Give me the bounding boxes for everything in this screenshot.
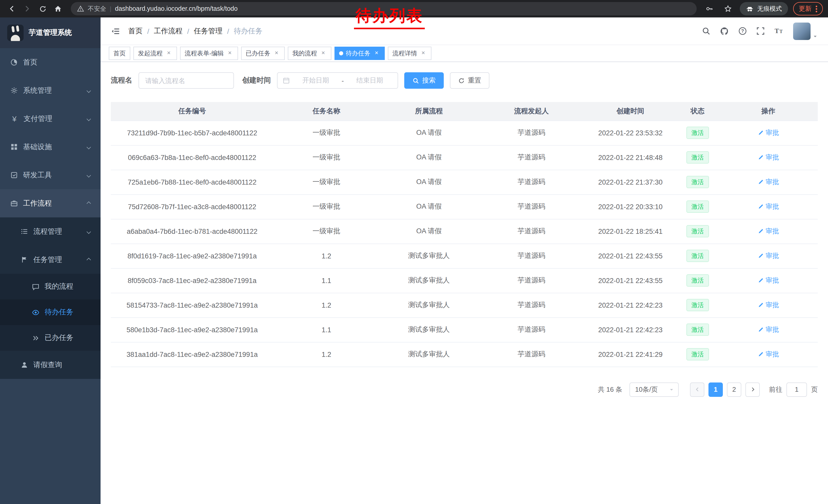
sidebar-item-devtools[interactable]: 研发工具: [0, 161, 100, 189]
goto-page-input[interactable]: [786, 382, 807, 397]
date-range-picker[interactable]: 开始日期 - 结束日期: [277, 72, 398, 89]
search-button[interactable]: 搜索: [404, 72, 444, 89]
tab-done-task[interactable]: 已办任务×: [241, 47, 285, 60]
create-time-label: 创建时间: [242, 76, 271, 85]
tab-home[interactable]: 首页: [109, 47, 130, 60]
tab-todo-task[interactable]: 待办任务×: [334, 47, 385, 60]
sidebar-item-task-mgmt[interactable]: 任务管理: [0, 245, 100, 274]
sidebar-item-payment[interactable]: ¥ 支付管理: [0, 104, 100, 133]
sidebar-item-label: 系统管理: [23, 86, 52, 95]
browser-update-button[interactable]: 更新: [793, 2, 823, 15]
reset-button-label: 重置: [468, 76, 481, 85]
tab-form-edit[interactable]: 流程表单-编辑×: [180, 47, 238, 60]
font-size-button[interactable]: TT: [774, 27, 784, 35]
sidebar-item-process-mgmt[interactable]: 流程管理: [0, 217, 100, 245]
cell-created: 2022-01-21 22:42:23: [584, 293, 676, 317]
caret-down-icon: [813, 34, 818, 39]
approve-link[interactable]: 审批: [757, 153, 779, 162]
table-row: 725a1eb6-7b88-11ec-8ef0-acde48001122 一级审…: [111, 170, 818, 194]
sidebar-item-label: 工作流程: [23, 199, 52, 208]
sidebar-item-label: 任务管理: [33, 255, 62, 264]
start-date-placeholder[interactable]: 开始日期: [293, 76, 339, 85]
breadcrumb-item-current: 待办任务: [234, 27, 262, 36]
browser-forward-button[interactable]: [20, 2, 34, 15]
sidebar-item-infra[interactable]: 基础设施: [0, 133, 100, 161]
status-badge: 激活: [686, 299, 709, 311]
approve-link-label: 审批: [766, 153, 779, 162]
chevron-left-icon: [694, 386, 700, 392]
eye-icon: [32, 308, 40, 316]
github-link-button[interactable]: [720, 27, 729, 36]
approve-link[interactable]: 审批: [757, 301, 779, 310]
close-icon[interactable]: ×: [373, 50, 380, 57]
reset-button[interactable]: 重置: [450, 72, 489, 89]
update-label[interactable]: 更新: [799, 4, 812, 13]
sidebar-item-system[interactable]: 系统管理: [0, 77, 100, 104]
status-badge: 激活: [686, 225, 709, 237]
sidebar-item-my-process[interactable]: 我的流程: [0, 274, 100, 300]
approve-link[interactable]: 审批: [757, 128, 779, 137]
chevron-down-icon: [87, 88, 91, 93]
page-1-button[interactable]: 1: [708, 382, 723, 397]
browser-chrome: 不安全 | dashboard.yudao.iocoder.cn/bpm/tas…: [0, 0, 828, 17]
cell-created: 2022-01-22 21:37:30: [584, 170, 676, 194]
help-button[interactable]: ?: [738, 27, 747, 35]
col-task-name: 任务名称: [274, 102, 379, 121]
process-name-input[interactable]: [138, 72, 234, 89]
bookmark-star-button[interactable]: [721, 2, 735, 15]
browser-back-button[interactable]: [5, 2, 18, 15]
user-menu[interactable]: [793, 22, 818, 40]
approve-link[interactable]: 审批: [757, 276, 779, 285]
header-search-button[interactable]: [702, 27, 710, 35]
page-size-select[interactable]: 10条/页: [629, 382, 679, 397]
search-icon: [412, 77, 419, 84]
security-label[interactable]: 不安全: [88, 4, 106, 13]
tab-start-process[interactable]: 发起流程×: [133, 47, 177, 60]
main-area: 首页 / 工作流程 / 任务管理 / 待办任务 ?: [100, 17, 828, 504]
sidebar-item-leave-query[interactable]: 请假查询: [0, 351, 100, 379]
table-row: 75d72608-7b7f-11ec-a3c8-acde48001122 一级审…: [111, 194, 818, 219]
avatar[interactable]: [793, 22, 811, 40]
table-row: 8f0d1619-7ac8-11ec-a9e2-a2380e71991a 1.2…: [111, 243, 818, 268]
close-icon[interactable]: ×: [226, 50, 234, 57]
tab-my-process[interactable]: 我的流程×: [288, 47, 331, 60]
sidebar-item-todo-task[interactable]: 待办任务: [0, 300, 100, 325]
browser-home-button[interactable]: [51, 2, 65, 15]
approve-link[interactable]: 审批: [757, 177, 779, 187]
sidebar-item-label: 支付管理: [24, 114, 52, 123]
sidebar-item-done-task[interactable]: 已办任务: [0, 325, 100, 351]
cell-task-id: 069c6a63-7b8a-11ec-8ef0-acde48001122: [111, 145, 274, 170]
url-text[interactable]: dashboard.yudao.iocoder.cn/bpm/task/todo: [115, 5, 238, 12]
close-icon[interactable]: ×: [420, 50, 427, 57]
browser-reload-button[interactable]: [36, 2, 49, 15]
cell-created: 2022-01-22 18:25:41: [584, 219, 676, 243]
close-icon[interactable]: ×: [320, 50, 327, 57]
browser-menu-icon[interactable]: [816, 5, 817, 12]
sidebar-item-workflow[interactable]: 工作流程: [0, 189, 100, 217]
breadcrumb-item[interactable]: 首页: [128, 27, 142, 36]
approve-link[interactable]: 审批: [757, 202, 779, 211]
password-key-button[interactable]: [703, 2, 716, 15]
prev-page-button[interactable]: [690, 382, 704, 397]
tag-tabs-bar: 首页 发起流程× 流程表单-编辑× 已办任务× 我的流程× 待办任务× 流程详情…: [100, 45, 828, 62]
tab-process-detail[interactable]: 流程详情×: [388, 47, 431, 60]
sidebar-toggle-button[interactable]: [111, 27, 120, 36]
status-badge: 激活: [686, 348, 709, 360]
close-icon[interactable]: ×: [273, 50, 280, 57]
approve-link[interactable]: 审批: [757, 251, 779, 261]
close-icon[interactable]: ×: [165, 50, 172, 57]
next-page-button[interactable]: [745, 382, 760, 397]
breadcrumb-item[interactable]: 工作流程: [154, 27, 182, 36]
page-2-button[interactable]: 2: [727, 382, 741, 397]
tab-label: 待办任务: [346, 49, 370, 58]
breadcrumb-item[interactable]: 任务管理: [194, 27, 223, 36]
fullscreen-button[interactable]: [756, 27, 765, 35]
approve-link[interactable]: 审批: [757, 350, 779, 359]
approve-link[interactable]: 审批: [757, 325, 779, 334]
end-date-placeholder[interactable]: 结束日期: [347, 76, 392, 85]
range-separator: -: [342, 77, 344, 84]
address-bar[interactable]: 不安全 | dashboard.yudao.iocoder.cn/bpm/tas…: [71, 2, 697, 15]
approve-link[interactable]: 审批: [757, 227, 779, 236]
edit-icon: [757, 130, 763, 136]
sidebar-item-home[interactable]: 首页: [0, 48, 100, 77]
